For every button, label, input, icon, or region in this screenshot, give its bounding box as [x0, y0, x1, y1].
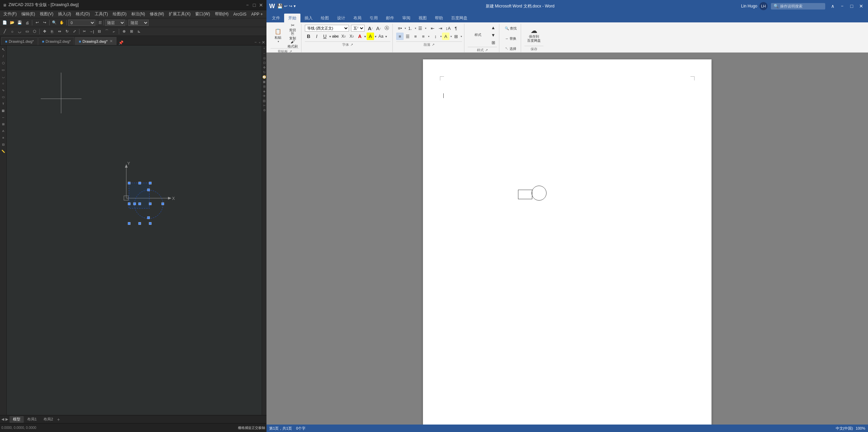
qat-save[interactable]: 💾	[277, 3, 283, 9]
styles-more[interactable]: ⊞	[490, 39, 497, 46]
tb-extend[interactable]: →|	[88, 28, 95, 35]
btn-highlight[interactable]: A	[367, 33, 374, 40]
tab-help[interactable]: 帮助	[431, 14, 447, 22]
font-size-select[interactable]: 五号 10 12	[351, 25, 365, 32]
btn-show-marks[interactable]: ¶	[452, 24, 460, 32]
tb-print[interactable]: 🖨	[24, 19, 31, 26]
lt-circle[interactable]: ○	[0, 80, 6, 87]
bottom-next-btn[interactable]: ▶	[5, 417, 8, 421]
tab-review[interactable]: 审阅	[398, 14, 414, 22]
word-avatar[interactable]: LH	[759, 2, 768, 10]
btn-fontcase[interactable]: Aa	[377, 33, 385, 40]
menu-edit[interactable]: 编辑(E)	[19, 11, 37, 18]
border-arrow[interactable]: ▾	[461, 35, 462, 38]
word-ribbon-collapse[interactable]: ∧	[829, 2, 837, 10]
tb-copy[interactable]: ⎘	[49, 28, 55, 35]
tab-drawing2[interactable]: ■ Drawing2.dwg*	[38, 37, 75, 45]
lt-line[interactable]: /	[0, 53, 6, 59]
menu-window[interactable]: 窗口(W)	[193, 11, 212, 18]
qat-more[interactable]: ▾	[294, 4, 296, 8]
rt-zoom-win[interactable]: ⊡	[262, 61, 266, 65]
btn-select[interactable]: ↖ 选择	[504, 44, 518, 54]
tb-undo[interactable]: ↩	[34, 19, 40, 26]
btn-shrink-font[interactable]: A↓	[375, 24, 382, 32]
tb-pan[interactable]: ✋	[58, 19, 65, 26]
btn-underline[interactable]: U	[321, 33, 329, 40]
word-close-btn[interactable]: ✕	[857, 2, 865, 10]
styles-expand[interactable]: ↗	[485, 48, 488, 52]
cad-panel-restore[interactable]: ▫	[259, 40, 260, 45]
btn-formatpaint[interactable]: 🖌 格式刷	[286, 40, 299, 48]
shading-arrow[interactable]: ▾	[450, 35, 452, 38]
menu-app[interactable]: APP +	[249, 11, 265, 17]
numbering-arrow[interactable]: ▾	[415, 27, 416, 30]
tb-rotate[interactable]: ↻	[63, 28, 70, 35]
status-polar[interactable]: 极轴	[258, 425, 265, 431]
rt-clip[interactable]: ✂	[262, 104, 266, 108]
tb-linestyle-combo[interactable]: 随层	[105, 20, 125, 26]
tb-circle[interactable]: ○	[9, 28, 16, 35]
rt-zoom-out[interactable]: −	[262, 51, 266, 55]
rt-render[interactable]: ▨	[262, 99, 266, 103]
btn-replace[interactable]: ↔ 替换	[504, 34, 518, 43]
menu-insert[interactable]: 插入(J)	[56, 11, 73, 18]
tb-grid[interactable]: ⊞	[128, 28, 135, 35]
lt-hatch[interactable]: ▦	[0, 108, 6, 114]
styles-dn[interactable]: ▼	[490, 31, 497, 39]
btn-bold[interactable]: B	[305, 33, 312, 40]
lt-measure[interactable]: 📏	[0, 148, 6, 154]
tab-references[interactable]: 引用	[366, 14, 382, 22]
rt-3d[interactable]: ◈	[262, 89, 266, 93]
underline-arrow[interactable]: ▾	[329, 35, 331, 38]
btn-strikethrough[interactable]: abc	[332, 33, 339, 40]
tb-line[interactable]: ╱	[1, 28, 8, 35]
btn-align-left[interactable]: ≡	[396, 33, 404, 40]
btn-subscript[interactable]: X2	[340, 33, 347, 40]
rt-pan[interactable]: ✥	[262, 65, 266, 70]
rt-zoom-in[interactable]: +	[262, 46, 266, 51]
rt-orbit[interactable]: ↻	[262, 70, 266, 74]
lt-insert[interactable]: ⊞	[0, 121, 6, 127]
rt-zoom-all[interactable]: ◎	[262, 56, 266, 60]
btn-line-spacing[interactable]: ↕	[432, 33, 439, 40]
btn-multilevel[interactable]: ☰	[417, 24, 424, 32]
tab-file[interactable]: 文件	[268, 14, 284, 22]
menu-view[interactable]: 视图(V)	[38, 11, 55, 18]
tb-chamfer[interactable]: ⌐	[111, 28, 117, 35]
zwcad-minimize-btn[interactable]: －	[245, 2, 250, 8]
btn-grow-font[interactable]: A↑	[367, 24, 374, 32]
zwcad-canvas[interactable]: Y X	[7, 45, 262, 415]
tb-move[interactable]: ✥	[41, 28, 48, 35]
tb-snap[interactable]: ⊕	[121, 28, 127, 35]
multilevel-arrow[interactable]: ▾	[425, 27, 426, 30]
fontcolor-arrow[interactable]: ▾	[364, 35, 366, 38]
qat-redo[interactable]: ↪	[289, 4, 292, 8]
tab-view[interactable]: 视图	[414, 14, 431, 22]
lt-select[interactable]: ↖	[0, 46, 6, 53]
tb-save[interactable]: 💾	[16, 19, 23, 26]
lt-rect[interactable]: ▭	[0, 67, 6, 73]
btn-justify[interactable]: ≡	[420, 33, 427, 40]
tab-drawing3[interactable]: ■ Drawing3.dwg* ✕	[75, 37, 116, 45]
bottom-tab-layout2[interactable]: 布局2	[40, 416, 56, 423]
status-snap[interactable]: 捕捉	[245, 425, 252, 431]
tab-baidu[interactable]: 百度网盘	[447, 14, 472, 22]
btn-align-center[interactable]: ☰	[404, 33, 411, 40]
tab-insert[interactable]: 插入	[300, 14, 317, 22]
btn-border[interactable]: ⊞	[452, 33, 460, 40]
menu-draw[interactable]: 绘图(D)	[111, 11, 129, 18]
tab-drawing1[interactable]: ■ Drawing1.dwg*	[1, 37, 38, 45]
qat-undo[interactable]: ↩	[284, 4, 288, 8]
tb-redo[interactable]: ↪	[41, 19, 48, 26]
tab-layout[interactable]: 布局	[349, 14, 366, 22]
tb-arc[interactable]: ◡	[16, 28, 23, 35]
tb-lineweight-combo[interactable]: 随层	[128, 20, 149, 26]
tb-zoom[interactable]: 🔍	[51, 19, 58, 26]
lt-prop[interactable]: ⊟	[0, 142, 6, 148]
tb-layer-combo[interactable]: 0	[68, 20, 95, 26]
tb-rect[interactable]: ▭	[24, 28, 31, 35]
lt-arc[interactable]: ◡	[0, 74, 6, 80]
rt-viewcube[interactable]: ▣	[262, 80, 266, 84]
rt-ucs[interactable]: ⊞	[262, 84, 266, 89]
menu-arcgis[interactable]: ArcGIS	[231, 11, 248, 17]
